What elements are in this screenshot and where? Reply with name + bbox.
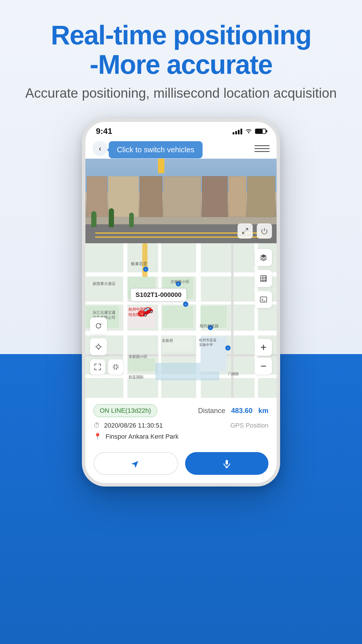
distance-value: 483.60 bbox=[231, 407, 252, 414]
vehicle-marker[interactable]: S102T1-000000 🚗 bbox=[139, 288, 187, 316]
wifi-icon bbox=[245, 127, 252, 135]
phone-mockup: 9:41 ‹ Click to switch bbox=[82, 118, 280, 487]
refresh-button[interactable] bbox=[90, 317, 107, 334]
fence-button[interactable] bbox=[255, 270, 272, 287]
status-bar: 9:41 bbox=[85, 122, 277, 138]
poi-label-2: 次家巷小区 bbox=[171, 279, 189, 284]
poi-label-7: 杭州市蓝蓝实验中学 bbox=[199, 338, 217, 347]
vehicle-label: S102T1-000000 bbox=[131, 288, 187, 301]
poi-label-9: 前蓝国际 bbox=[129, 374, 144, 380]
menu-line-2 bbox=[254, 148, 270, 149]
location-icon: 📍 bbox=[94, 433, 101, 440]
vehicle-car-icon: 🚗 bbox=[137, 301, 155, 318]
navigate-button[interactable] bbox=[94, 452, 178, 475]
poi-label-8: 东新园小区 bbox=[129, 354, 147, 359]
status-icons bbox=[233, 127, 266, 135]
info-row-location: 📍 Finspor Ankara Kent Park bbox=[94, 433, 268, 440]
location-text: Finspor Ankara Kent Park bbox=[106, 433, 179, 440]
distance-info: Distance 483.60 km bbox=[198, 407, 269, 415]
power-button[interactable] bbox=[257, 223, 272, 239]
clock-icon: ⏱ bbox=[94, 422, 100, 429]
voice-button[interactable] bbox=[185, 452, 268, 475]
signal-icon bbox=[233, 128, 242, 134]
zoom-in-button[interactable]: + bbox=[255, 339, 272, 356]
info-panel: ON LINE(13d22h) Distance 483.60 km ⏱ 202… bbox=[85, 398, 277, 452]
info-row-status: ON LINE(13d22h) Distance 483.60 km bbox=[94, 404, 268, 417]
poi-label-1: 银泰百货 bbox=[131, 261, 147, 267]
svg-line-0 bbox=[246, 228, 248, 230]
subtitle-text: Accurate positioning, millisecond locati… bbox=[0, 85, 362, 101]
online-badge: ON LINE(13d22h) bbox=[94, 404, 157, 417]
main-title-line1: Real-time positioning bbox=[0, 20, 362, 50]
battery-icon bbox=[255, 129, 266, 134]
locate-button[interactable] bbox=[90, 338, 107, 355]
nav-bar: ‹ Click to switch vehicles bbox=[85, 138, 277, 159]
layers-button[interactable] bbox=[255, 249, 272, 266]
distance-unit-text: km bbox=[258, 407, 268, 414]
info-row-datetime: ⏱ 2020/08/26 11:30:51 GPS Position bbox=[94, 422, 268, 429]
poi-label-10: 新西莱大酒店 bbox=[93, 281, 115, 286]
svg-rect-15 bbox=[226, 460, 228, 465]
map-controls-right bbox=[255, 249, 272, 308]
terminal-button[interactable] bbox=[255, 291, 272, 308]
map-area[interactable]: + + + + + + 银泰百货 次家巷小区 乐江元通宝通汽车有限公司 杭州中西… bbox=[85, 243, 277, 398]
main-title-line2: -More accurate bbox=[0, 50, 362, 79]
datetime-text: 2020/08/26 11:30:51 bbox=[104, 422, 163, 429]
expand-button[interactable] bbox=[238, 223, 253, 239]
distance-unit bbox=[254, 407, 256, 414]
shrink-map-button[interactable] bbox=[108, 359, 123, 374]
menu-line-1 bbox=[254, 145, 270, 146]
street-view-controls bbox=[238, 223, 272, 239]
poi-label-5: 现代创意园 bbox=[200, 323, 219, 329]
zoom-out-button[interactable]: − bbox=[255, 358, 272, 374]
phone-frame: 9:41 ‹ Click to switch bbox=[82, 118, 280, 487]
svg-line-1 bbox=[242, 232, 245, 234]
distance-label: Distance bbox=[198, 407, 225, 414]
action-buttons bbox=[85, 452, 277, 483]
header-section: Real-time positioning -More accurate Acc… bbox=[0, 0, 362, 101]
switch-vehicles-tooltip[interactable]: Click to switch vehicles bbox=[109, 141, 203, 158]
expand-map-button[interactable] bbox=[90, 359, 105, 374]
map-controls-left bbox=[90, 317, 123, 374]
menu-button[interactable] bbox=[254, 141, 270, 156]
gps-position-label: GPS Position bbox=[230, 422, 268, 429]
poi-label-6: 东新府 bbox=[162, 338, 173, 343]
svg-rect-8 bbox=[260, 297, 267, 302]
zoom-controls: + − bbox=[255, 339, 272, 374]
menu-line-3 bbox=[254, 151, 270, 152]
back-arrow-icon: ‹ bbox=[99, 144, 101, 153]
poi-label-11: 门塘园 bbox=[228, 372, 239, 377]
street-view bbox=[85, 159, 277, 243]
status-time: 9:41 bbox=[96, 127, 112, 136]
svg-point-10 bbox=[97, 345, 100, 349]
